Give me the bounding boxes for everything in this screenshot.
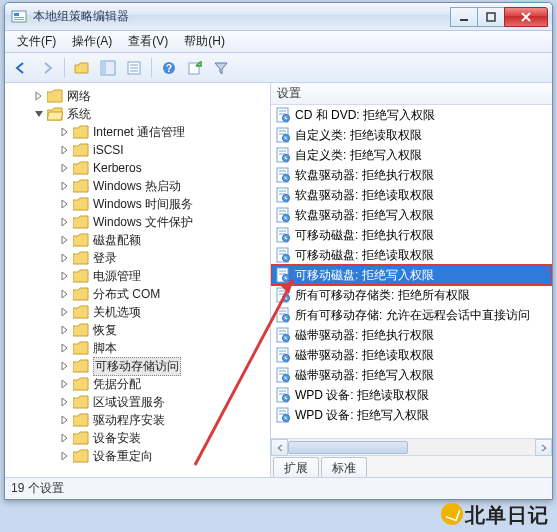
policy-item[interactable]: 所有可移动存储类: 拒绝所有权限 (271, 285, 552, 305)
maximize-icon (486, 12, 496, 22)
policy-icon (275, 127, 291, 143)
expand-icon[interactable] (33, 90, 45, 102)
policy-item[interactable]: 自定义类: 拒绝写入权限 (271, 145, 552, 165)
column-header-settings[interactable]: 设置 (271, 83, 552, 105)
policy-item[interactable]: 软盘驱动器: 拒绝执行权限 (271, 165, 552, 185)
app-window: 本地组策略编辑器 文件(F) 操作(A) 查看(V) 帮助(H) (4, 2, 553, 500)
tree-item[interactable]: Windows 时间服务 (57, 195, 270, 213)
expand-icon[interactable] (59, 180, 71, 192)
tree-item[interactable]: Windows 文件保护 (57, 213, 270, 231)
toolbar-separator (64, 58, 65, 78)
tree-item[interactable]: 可移动存储访问 (57, 357, 270, 375)
expand-icon[interactable] (59, 288, 71, 300)
status-text: 19 个设置 (11, 480, 64, 497)
expand-icon[interactable] (59, 144, 71, 156)
policy-item[interactable]: 磁带驱动器: 拒绝执行权限 (271, 325, 552, 345)
tree-item[interactable]: 驱动程序安装 (57, 411, 270, 429)
policy-item[interactable]: CD 和 DVD: 拒绝写入权限 (271, 105, 552, 125)
collapse-icon[interactable] (33, 108, 45, 120)
forward-button[interactable] (35, 56, 59, 80)
tree-item[interactable]: iSCSI (57, 141, 270, 159)
expand-icon[interactable] (59, 378, 71, 390)
menubar: 文件(F) 操作(A) 查看(V) 帮助(H) (5, 31, 552, 53)
expand-icon[interactable] (59, 414, 71, 426)
tree-item[interactable]: 设备重定向 (57, 447, 270, 465)
policy-label: 磁带驱动器: 拒绝执行权限 (295, 327, 434, 344)
policy-item[interactable]: 可移动磁盘: 拒绝读取权限 (271, 245, 552, 265)
policy-item[interactable]: 可移动磁盘: 拒绝执行权限 (271, 225, 552, 245)
minimize-button[interactable] (450, 7, 478, 27)
export-button[interactable] (183, 56, 207, 80)
expand-icon[interactable] (59, 216, 71, 228)
expand-icon[interactable] (59, 270, 71, 282)
scroll-right-button[interactable] (535, 439, 552, 456)
tree-pane[interactable]: 网络 系统 Internet 通信管理iSCSIKerberosWindows … (5, 83, 271, 477)
minimize-icon (459, 12, 469, 22)
watermark: 北单日记 (441, 502, 549, 529)
menu-action[interactable]: 操作(A) (64, 31, 120, 52)
export-icon (187, 60, 203, 76)
policy-icon (275, 367, 291, 383)
tree-item[interactable]: 分布式 COM (57, 285, 270, 303)
menu-file[interactable]: 文件(F) (9, 31, 64, 52)
tree-label: iSCSI (93, 143, 124, 157)
svg-text:?: ? (166, 63, 172, 74)
titlebar[interactable]: 本地组策略编辑器 (5, 3, 552, 31)
expand-icon[interactable] (59, 126, 71, 138)
policy-item[interactable]: 可移动磁盘: 拒绝写入权限 (271, 265, 552, 285)
scroll-left-button[interactable] (271, 439, 288, 456)
expand-icon[interactable] (59, 432, 71, 444)
tree-item[interactable]: Internet 通信管理 (57, 123, 270, 141)
settings-list[interactable]: CD 和 DVD: 拒绝写入权限自定义类: 拒绝读取权限自定义类: 拒绝写入权限… (271, 105, 552, 438)
tree-item-network[interactable]: 网络 (31, 87, 270, 105)
svg-rect-5 (487, 13, 495, 21)
expand-icon[interactable] (59, 360, 71, 372)
tree-item[interactable]: 脚本 (57, 339, 270, 357)
tree-item[interactable]: 登录 (57, 249, 270, 267)
tree-item[interactable]: 关机选项 (57, 303, 270, 321)
policy-item[interactable]: 软盘驱动器: 拒绝写入权限 (271, 205, 552, 225)
back-button[interactable] (9, 56, 33, 80)
tab-standard[interactable]: 标准 (321, 457, 367, 477)
help-button[interactable]: ? (157, 56, 181, 80)
expand-icon[interactable] (59, 162, 71, 174)
expand-icon[interactable] (59, 342, 71, 354)
tree-item-system[interactable]: 系统 (31, 105, 270, 123)
tree-item[interactable]: 凭据分配 (57, 375, 270, 393)
expand-icon[interactable] (59, 306, 71, 318)
maximize-button[interactable] (477, 7, 505, 27)
tab-extended[interactable]: 扩展 (273, 457, 319, 477)
help-icon: ? (161, 60, 177, 76)
horizontal-scrollbar[interactable] (271, 438, 552, 455)
folder-icon (73, 341, 89, 355)
scroll-thumb[interactable] (288, 441, 408, 454)
tree-item[interactable]: Windows 热启动 (57, 177, 270, 195)
menu-help[interactable]: 帮助(H) (176, 31, 233, 52)
up-button[interactable] (70, 56, 94, 80)
policy-item[interactable]: 自定义类: 拒绝读取权限 (271, 125, 552, 145)
expand-icon[interactable] (59, 198, 71, 210)
tree-item[interactable]: 电源管理 (57, 267, 270, 285)
tree-item[interactable]: 恢复 (57, 321, 270, 339)
policy-item[interactable]: 软盘驱动器: 拒绝读取权限 (271, 185, 552, 205)
policy-icon (275, 247, 291, 263)
policy-item[interactable]: WPD 设备: 拒绝写入权限 (271, 405, 552, 425)
menu-view[interactable]: 查看(V) (120, 31, 176, 52)
tree-item[interactable]: 区域设置服务 (57, 393, 270, 411)
expand-icon[interactable] (59, 450, 71, 462)
policy-item[interactable]: 磁带驱动器: 拒绝读取权限 (271, 345, 552, 365)
tree-item[interactable]: 磁盘配额 (57, 231, 270, 249)
filter-button[interactable] (209, 56, 233, 80)
expand-icon[interactable] (59, 324, 71, 336)
expand-icon[interactable] (59, 252, 71, 264)
tree-item[interactable]: 设备安装 (57, 429, 270, 447)
close-button[interactable] (504, 7, 548, 27)
policy-item[interactable]: 所有可移动存储: 允许在远程会话中直接访问 (271, 305, 552, 325)
show-tree-button[interactable] (96, 56, 120, 80)
expand-icon[interactable] (59, 396, 71, 408)
properties-button[interactable] (122, 56, 146, 80)
policy-item[interactable]: WPD 设备: 拒绝读取权限 (271, 385, 552, 405)
policy-item[interactable]: 磁带驱动器: 拒绝写入权限 (271, 365, 552, 385)
tree-item[interactable]: Kerberos (57, 159, 270, 177)
expand-icon[interactable] (59, 234, 71, 246)
